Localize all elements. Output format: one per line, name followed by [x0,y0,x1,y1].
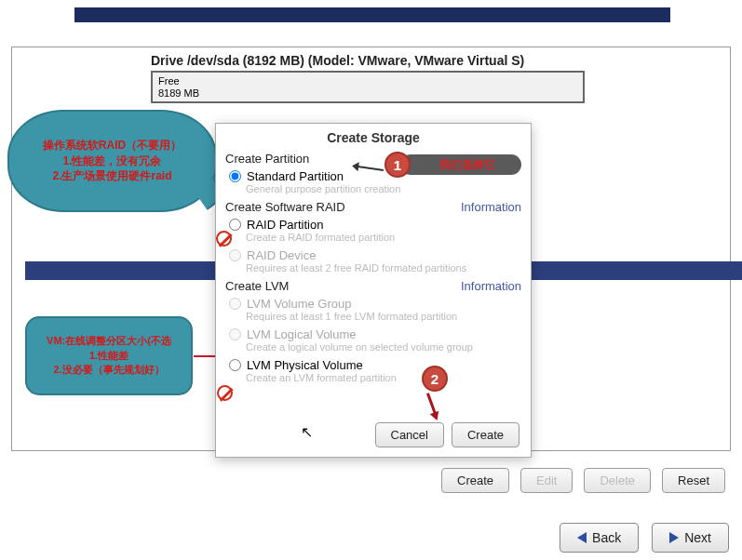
bottom-action-bar: Create Edit Delete Reset [441,468,725,493]
radio-input[interactable] [229,219,241,231]
delete-button: Delete [584,468,651,493]
radio-lvm-lv: LVM Logical Volume [216,326,531,341]
radio-desc: Requires at least 1 free LVM formated pa… [216,311,531,326]
title-bar [74,7,670,22]
annotation-text: 2.生产场景使用硬件raid [52,168,171,184]
arrow-left-icon [577,532,587,543]
radio-raid-partition[interactable]: RAID Partition [216,216,531,232]
radio-input [229,249,241,261]
radio-label: LVM Physical Volume [247,358,363,372]
section-create-lvm: Create LVM Information [216,277,531,295]
annotation-text: 操作系统软RAID（不要用） [43,138,182,153]
radio-label: LVM Logical Volume [247,327,357,341]
radio-desc: Create a RAID formated partition [216,232,531,247]
cursor-icon: ↖ [301,423,313,441]
radio-input [229,328,241,340]
radio-raid-device: RAID Device [216,247,531,262]
radio-label: RAID Partition [247,218,323,232]
radio-lvm-pv[interactable]: LVM Physical Volume [216,356,531,372]
drive-free-segment: Free 8189 MB [153,73,583,102]
radio-lvm-vg: LVM Volume Group [216,295,531,311]
edit-button: Edit [520,468,573,493]
drive-title: Drive /dev/sda (8192 MB) (Model: VMware,… [151,53,524,68]
annotation-text: 1.性能差 [89,349,128,363]
dialog-title: Create Storage [216,124,531,150]
section-label-text: Create LVM [225,279,289,293]
nav-button-bar: Back Next [560,523,729,553]
radio-input [229,298,241,310]
annotation-text: 2.没必要（事先规划好） [53,363,164,377]
annotation-tag: 我们选择它 [400,154,521,175]
radio-desc: Create a logical volume on selected volu… [216,341,531,356]
radio-input[interactable] [229,170,241,182]
no-entry-icon [216,231,232,247]
annotation-bubble-lvm: VM:在线调整分区大小(不选 1.性能差 2.没必要（事先规划好） [25,316,193,395]
create-button[interactable]: Create [452,422,519,447]
annotation-text: 1.性能差，没有冗余 [62,153,161,169]
radio-desc: General purpose partition creation [216,183,531,198]
radio-label: RAID Device [247,248,316,262]
section-label-text: Create Software RAID [225,200,345,214]
annotation-number-1: 1 [384,152,411,178]
radio-desc: Create an LVM formated partition [216,372,531,387]
create-button[interactable]: Create [441,468,509,493]
drive-layout-box[interactable]: Free 8189 MB [151,71,585,103]
next-button[interactable]: Next [652,523,729,553]
information-link[interactable]: Information [461,279,521,293]
arrow-right-icon [669,532,679,543]
annotation-number-2: 2 [422,366,448,392]
radio-label: LVM Volume Group [247,297,351,311]
next-label: Next [684,530,711,545]
annotation-text: VM:在线调整分区大小(不选 [47,334,171,348]
reset-button[interactable]: Reset [662,468,725,493]
radio-label: Standard Partition [247,169,344,183]
radio-desc: Requires at least 2 free RAID formated p… [216,262,531,277]
free-size: 8189 MB [158,87,199,99]
information-link[interactable]: Information [461,200,521,214]
annotation-tag-text: 我们选择它 [439,157,495,173]
cancel-button[interactable]: Cancel [375,422,444,447]
free-label: Free [158,75,180,87]
radio-input[interactable] [229,359,241,371]
section-create-raid: Create Software RAID Information [216,198,531,216]
back-button[interactable]: Back [560,523,639,553]
annotation-bubble-raid: 操作系统软RAID（不要用） 1.性能差，没有冗余 2.生产场景使用硬件raid [7,110,217,212]
back-label: Back [592,530,621,545]
no-entry-icon [217,385,233,401]
